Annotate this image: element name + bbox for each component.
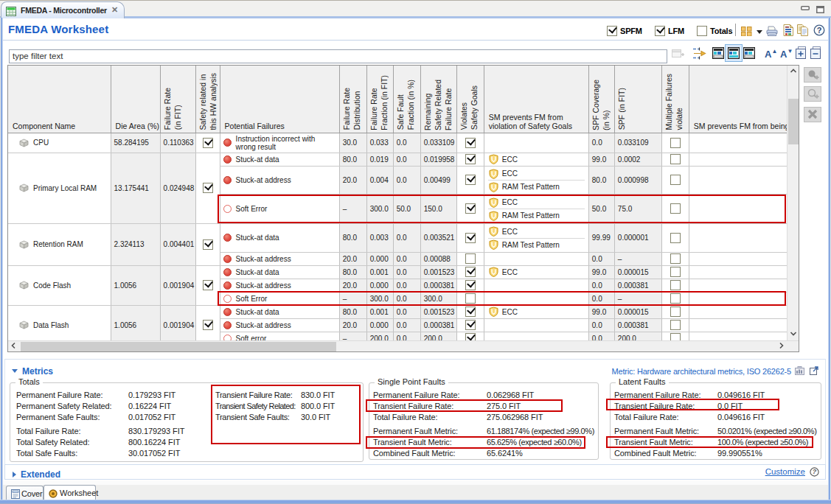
svg-text:?: ? bbox=[813, 468, 817, 475]
svg-text:?: ? bbox=[817, 26, 822, 35]
